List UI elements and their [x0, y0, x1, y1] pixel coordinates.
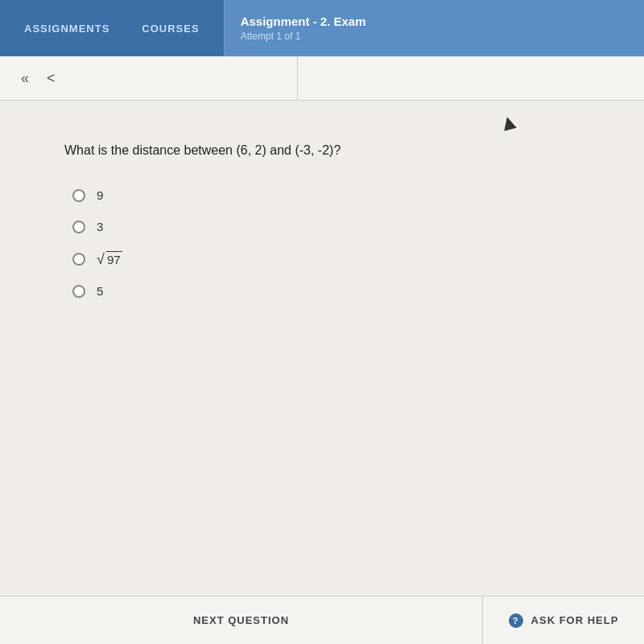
sqrt-radicand: 97 — [106, 251, 122, 266]
options-list: 9 3 √ 97 5 — [72, 188, 580, 298]
main-content: What is the distance between (6, 2) and … — [0, 101, 644, 584]
option-5[interactable]: 5 — [72, 284, 580, 298]
second-row: « < — [0, 56, 644, 101]
assignment-title: Assignment - 2. Exam — [241, 14, 628, 28]
sqrt-sign: √ — [97, 252, 105, 266]
assignment-subtitle: Attempt 1 of 1 — [241, 31, 628, 42]
ask-for-help-label: ASK FOR HELP — [531, 614, 619, 626]
assignment-info: Assignment - 2. Exam Attempt 1 of 1 — [225, 0, 644, 56]
option-sqrt97[interactable]: √ 97 — [72, 251, 580, 266]
double-back-button[interactable]: « — [16, 67, 34, 90]
next-question-button[interactable]: NEXT QUESTION — [0, 597, 483, 644]
radio-9[interactable] — [72, 189, 85, 202]
help-icon: ? — [509, 613, 523, 628]
option-3-label: 3 — [97, 220, 103, 233]
question-text: What is the distance between (6, 2) and … — [64, 141, 580, 160]
radio-sqrt97[interactable] — [72, 253, 85, 266]
radio-3[interactable] — [72, 221, 85, 233]
courses-nav-item[interactable]: COURSES — [142, 23, 199, 35]
arrow-section: « < — [0, 56, 298, 100]
bottom-bar: NEXT QUESTION ? ASK FOR HELP — [0, 596, 644, 644]
radio-5[interactable] — [72, 285, 85, 298]
assignments-nav-item[interactable]: ASSIGNMENTS — [24, 23, 109, 35]
option-sqrt97-label: √ 97 — [97, 251, 122, 266]
option-5-label: 5 — [97, 284, 103, 298]
option-9[interactable]: 9 — [72, 188, 580, 202]
cursor-indicator — [501, 115, 517, 131]
option-9-label: 9 — [97, 188, 103, 202]
single-back-button[interactable]: < — [42, 67, 60, 90]
ask-for-help-button[interactable]: ? ASK FOR HELP — [483, 597, 644, 644]
option-3[interactable]: 3 — [72, 220, 580, 233]
nav-left-section: ASSIGNMENTS COURSES — [0, 0, 224, 56]
top-navigation: ASSIGNMENTS COURSES Assignment - 2. Exam… — [0, 0, 644, 56]
